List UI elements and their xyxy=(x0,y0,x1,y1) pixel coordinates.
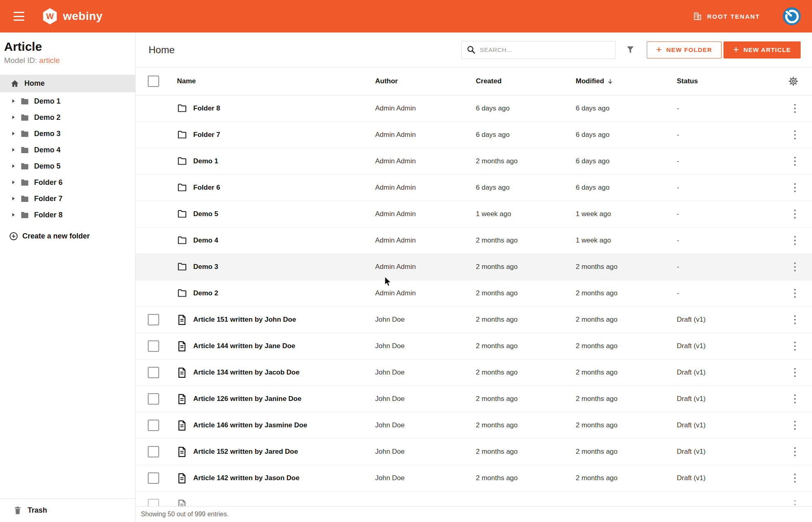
row-menu-kebab-icon[interactable] xyxy=(792,154,798,169)
table-row[interactable]: Article 144 written by Jane Doe John Doe… xyxy=(136,333,812,360)
table-row[interactable]: Article 142 written by Jason Doe John Do… xyxy=(136,465,812,492)
sidebar-folder-item[interactable]: Demo 2 xyxy=(0,109,135,126)
create-folder-button[interactable]: Create a new folder xyxy=(0,229,135,243)
row-name[interactable]: Demo 4 xyxy=(193,236,218,245)
row-checkbox[interactable] xyxy=(148,367,159,378)
row-menu-kebab-icon[interactable] xyxy=(792,234,798,248)
row-name[interactable]: Article 144 written by Jane Doe xyxy=(193,342,295,350)
new-article-button[interactable]: + NEW ARTICLE xyxy=(723,41,801,58)
table-row[interactable]: Folder 7 Admin Admin 6 days ago 6 days a… xyxy=(136,122,812,148)
row-modified: 2 months ago xyxy=(576,448,677,456)
tenant-label: ROOT TENANT xyxy=(707,13,760,20)
column-author[interactable]: Author xyxy=(375,77,476,85)
row-name[interactable]: Folder 6 xyxy=(193,184,220,192)
table-row[interactable]: Article 151 written by John Doe John Doe… xyxy=(136,307,812,333)
row-status: Draft (v1) xyxy=(677,395,777,403)
chevron-right-icon[interactable] xyxy=(10,114,17,121)
row-name[interactable]: Article 142 written by Jason Doe xyxy=(193,474,300,482)
row-checkbox[interactable] xyxy=(148,472,159,484)
row-checkbox[interactable] xyxy=(148,340,159,352)
table-row[interactable]: Folder 8 Admin Admin 6 days ago 6 days a… xyxy=(136,95,812,122)
table-row[interactable]: Demo 5 Admin Admin 1 week ago 1 week ago… xyxy=(136,201,812,227)
table-row[interactable]: Article 146 written by Jasmine Doe John … xyxy=(136,412,812,439)
row-checkbox[interactable] xyxy=(148,420,159,431)
row-checkbox[interactable] xyxy=(148,314,159,325)
chevron-right-icon[interactable] xyxy=(10,179,17,186)
chevron-right-icon[interactable] xyxy=(10,195,17,202)
sidebar-folder-item[interactable]: Folder 6 xyxy=(0,174,135,191)
row-name[interactable]: Demo 3 xyxy=(193,263,218,271)
row-menu-kebab-icon[interactable] xyxy=(792,418,798,433)
row-author: Admin Admin xyxy=(375,289,476,297)
table-row[interactable]: Article 126 written by Janine Doe John D… xyxy=(136,386,812,412)
row-name[interactable]: Demo 2 xyxy=(193,289,218,297)
column-status[interactable]: Status xyxy=(677,77,777,85)
table-row[interactable]: Article 134 written by Jacob Doe John Do… xyxy=(136,360,812,386)
row-modified: 2 months ago xyxy=(576,395,677,403)
row-menu-kebab-icon[interactable] xyxy=(792,286,798,301)
row-name[interactable]: Article 146 written by Jasmine Doe xyxy=(193,421,307,429)
row-menu-kebab-icon[interactable] xyxy=(792,260,798,274)
search-input[interactable] xyxy=(480,46,611,53)
column-modified[interactable]: Modified xyxy=(576,77,677,85)
sidebar-folder-item[interactable]: Folder 8 xyxy=(0,207,135,223)
column-created[interactable]: Created xyxy=(476,77,576,85)
row-created: 2 months ago xyxy=(476,236,576,245)
row-created: 6 days ago xyxy=(476,184,576,192)
chevron-right-icon[interactable] xyxy=(10,146,17,154)
folder-icon xyxy=(177,235,187,246)
user-avatar[interactable] xyxy=(782,7,801,26)
row-created: 2 months ago xyxy=(476,395,576,403)
row-name[interactable]: Demo 1 xyxy=(193,157,218,165)
new-folder-button[interactable]: + NEW FOLDER xyxy=(647,41,721,58)
row-menu-kebab-icon[interactable] xyxy=(792,128,798,142)
table-row[interactable]: Folder 6 Admin Admin 6 days ago 6 days a… xyxy=(136,175,812,201)
row-name[interactable]: Article 134 written by Jacob Doe xyxy=(193,368,300,377)
sidebar-folder-item[interactable]: Demo 4 xyxy=(0,142,135,158)
folder-icon xyxy=(20,162,29,171)
table-row[interactable]: Demo 2 Admin Admin 2 months ago 2 months… xyxy=(136,280,812,307)
chevron-right-icon[interactable] xyxy=(10,97,17,105)
row-menu-kebab-icon[interactable] xyxy=(792,445,798,459)
row-name[interactable]: Article 151 written by John Doe xyxy=(193,316,296,324)
trash-icon xyxy=(13,506,22,515)
row-name[interactable]: Article 126 written by Janine Doe xyxy=(193,395,301,403)
row-menu-kebab-icon[interactable] xyxy=(792,313,798,327)
row-menu-kebab-icon[interactable] xyxy=(792,471,798,485)
table-row[interactable]: Demo 3 Admin Admin 2 months ago 2 months… xyxy=(136,254,812,280)
table-settings-gear-icon[interactable] xyxy=(788,76,798,86)
row-checkbox[interactable] xyxy=(148,446,159,457)
trash-button[interactable]: Trash xyxy=(13,506,47,515)
row-menu-kebab-icon[interactable] xyxy=(792,366,798,380)
row-menu-kebab-icon[interactable] xyxy=(792,207,798,221)
sidebar-folder-item[interactable]: Demo 1 xyxy=(0,93,135,109)
row-menu-kebab-icon[interactable] xyxy=(792,339,798,353)
sidebar-item-home[interactable]: Home xyxy=(0,75,135,92)
row-menu-kebab-icon[interactable] xyxy=(792,181,798,195)
sidebar-folder-item[interactable]: Folder 7 xyxy=(0,191,135,207)
row-checkbox[interactable] xyxy=(148,393,159,405)
sidebar-footer: Trash xyxy=(0,498,135,522)
row-name[interactable]: Demo 5 xyxy=(193,210,218,218)
home-icon xyxy=(10,79,19,88)
column-name[interactable]: Name xyxy=(177,77,196,85)
webiny-hexagon-icon: W xyxy=(42,8,58,24)
menu-icon[interactable] xyxy=(13,12,24,21)
row-name[interactable]: Folder 8 xyxy=(193,104,220,113)
row-menu-kebab-icon[interactable] xyxy=(792,102,798,116)
article-icon xyxy=(177,341,187,351)
row-name[interactable]: Folder 7 xyxy=(193,131,220,139)
row-name[interactable]: Article 152 written by Jared Doe xyxy=(193,448,298,456)
chevron-right-icon[interactable] xyxy=(10,162,17,170)
chevron-right-icon[interactable] xyxy=(10,130,17,137)
sidebar-folder-item[interactable]: Demo 5 xyxy=(0,158,135,174)
row-menu-kebab-icon[interactable] xyxy=(792,392,798,406)
filter-icon[interactable] xyxy=(625,45,635,55)
table-row[interactable]: Article 152 written by Jared Doe John Do… xyxy=(136,439,812,465)
table-row[interactable]: Demo 4 Admin Admin 2 months ago 1 week a… xyxy=(136,227,812,254)
table-row[interactable]: Demo 1 Admin Admin 2 months ago 6 days a… xyxy=(136,148,812,175)
tenant-selector[interactable]: ROOT TENANT xyxy=(693,11,760,21)
sidebar-folder-item[interactable]: Demo 3 xyxy=(0,126,135,142)
chevron-right-icon[interactable] xyxy=(10,211,17,219)
select-all-checkbox[interactable] xyxy=(148,76,159,87)
